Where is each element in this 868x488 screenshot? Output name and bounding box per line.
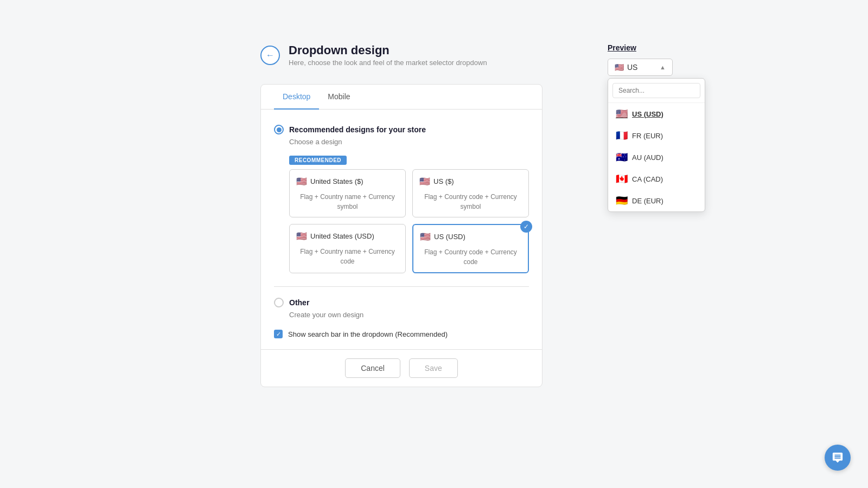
preview-label: Preview xyxy=(608,43,705,52)
page-title: Dropdown design xyxy=(289,43,487,57)
dropdown-label-au: AU (AUD) xyxy=(632,153,663,162)
header-text: Dropdown design Here, choose the look an… xyxy=(289,43,487,67)
flag-us-2: 🇺🇸 xyxy=(419,176,430,187)
dropdown-item-us[interactable]: 🇺🇸 US (USD) xyxy=(608,103,705,125)
flag-icon-ca: 🇨🇦 xyxy=(616,173,628,185)
card-body: Recommended designs for your store Choos… xyxy=(261,110,542,349)
design-grid: 🇺🇸 United States ($) Flag + Country name… xyxy=(289,169,529,273)
flag-icon-fr: 🇫🇷 xyxy=(616,130,628,142)
dropdown-item-ca[interactable]: 🇨🇦 CA (CAD) xyxy=(608,168,705,190)
dropdown-label-us: US (USD) xyxy=(632,110,663,118)
recommended-radio[interactable] xyxy=(274,125,284,134)
design-option-label-1: 🇺🇸 United States ($) xyxy=(296,176,399,187)
search-checkbox-label: Show search bar in the dropdown (Recomme… xyxy=(288,330,448,338)
page-subtitle: Here, choose the look and feel of the ma… xyxy=(289,59,487,67)
chat-icon xyxy=(832,452,844,464)
selected-checkmark: ✓ xyxy=(520,221,532,233)
design-option-flag-code-symbol[interactable]: 🇺🇸 US ($) Flag + Country code + Currency… xyxy=(412,169,529,217)
header-row: ← Dropdown design Here, choose the look … xyxy=(260,43,487,67)
tabs-container: Desktop Mobile xyxy=(261,85,542,110)
dropdown-label-de: DE (EUR) xyxy=(632,197,663,205)
flag-icon-us: 🇺🇸 xyxy=(616,108,628,120)
tab-mobile[interactable]: Mobile xyxy=(319,85,359,110)
save-button[interactable]: Save xyxy=(409,358,458,378)
preview-flag: 🇺🇸 xyxy=(615,63,624,72)
recommended-title: Recommended designs for your store xyxy=(289,125,426,134)
flag-us-4: 🇺🇸 xyxy=(420,232,431,242)
main-card: Desktop Mobile Recommended designs for y… xyxy=(260,84,542,387)
chat-button[interactable] xyxy=(825,445,851,471)
design-option-label-2: 🇺🇸 US ($) xyxy=(419,176,522,187)
design-option-label-3: 🇺🇸 United States (USD) xyxy=(296,231,399,241)
other-section-header: Other xyxy=(274,298,529,307)
recommended-subtitle: Choose a design xyxy=(289,138,529,146)
design-option-desc-4: Flag + Country code + Currency code xyxy=(420,247,521,267)
design-option-flag-code-code[interactable]: ✓ 🇺🇸 US (USD) Flag + Country code + Curr… xyxy=(412,224,529,273)
design-option-desc-1: Flag + Country name + Currency symbol xyxy=(296,192,399,211)
card-footer: Cancel Save xyxy=(261,349,542,387)
preview-dropdown-button[interactable]: 🇺🇸 US ▲ xyxy=(608,59,673,76)
recommended-section-header: Recommended designs for your store xyxy=(274,125,529,134)
dropdown-item-au[interactable]: 🇦🇺 AU (AUD) xyxy=(608,146,705,168)
section-divider xyxy=(274,286,529,287)
page-container: ← Dropdown design Here, choose the look … xyxy=(0,0,868,387)
dropdown-item-fr[interactable]: 🇫🇷 FR (EUR) xyxy=(608,125,705,146)
main-content: ← Dropdown design Here, choose the look … xyxy=(260,43,542,387)
chevron-up-icon: ▲ xyxy=(660,64,666,70)
cancel-button[interactable]: Cancel xyxy=(345,358,400,378)
dropdown-label-ca: CA (CAD) xyxy=(632,175,663,183)
preview-dropdown-value: 🇺🇸 US xyxy=(615,63,637,72)
design-option-label-4: 🇺🇸 US (USD) xyxy=(420,232,521,242)
search-checkbox[interactable]: ✓ xyxy=(274,330,283,338)
flag-us-1: 🇺🇸 xyxy=(296,176,307,187)
design-option-flag-name-symbol[interactable]: 🇺🇸 United States ($) Flag + Country name… xyxy=(289,169,406,217)
search-box xyxy=(608,79,705,103)
recommended-badge-row: RECOMMENDED xyxy=(289,155,529,165)
design-option-desc-3: Flag + Country name + Currency code xyxy=(296,247,399,266)
preview-dropdown-open: 🇺🇸 US (USD) 🇫🇷 FR (EUR) 🇦🇺 AU (AUD) 🇨🇦 C… xyxy=(608,78,705,212)
design-option-desc-2: Flag + Country code + Currency symbol xyxy=(419,192,522,211)
flag-icon-au: 🇦🇺 xyxy=(616,151,628,163)
search-input[interactable] xyxy=(612,83,700,98)
search-checkbox-row: ✓ Show search bar in the dropdown (Recom… xyxy=(274,330,529,338)
design-option-flag-name-code[interactable]: 🇺🇸 United States (USD) Flag + Country na… xyxy=(289,224,406,273)
dropdown-item-de[interactable]: 🇩🇪 DE (EUR) xyxy=(608,190,705,211)
other-radio[interactable] xyxy=(274,298,284,307)
other-title: Other xyxy=(289,298,309,307)
preview-panel: Preview 🇺🇸 US ▲ 🇺🇸 US (USD) 🇫🇷 FR (EUR) xyxy=(608,43,705,212)
flag-us-3: 🇺🇸 xyxy=(296,231,307,241)
dropdown-label-fr: FR (EUR) xyxy=(632,132,663,140)
flag-icon-de: 🇩🇪 xyxy=(616,195,628,207)
tab-desktop[interactable]: Desktop xyxy=(274,85,319,110)
recommended-badge: RECOMMENDED xyxy=(289,156,347,165)
preview-country-label: US xyxy=(627,63,637,72)
other-subtitle: Create your own design xyxy=(289,311,529,319)
back-button[interactable]: ← xyxy=(260,46,280,65)
